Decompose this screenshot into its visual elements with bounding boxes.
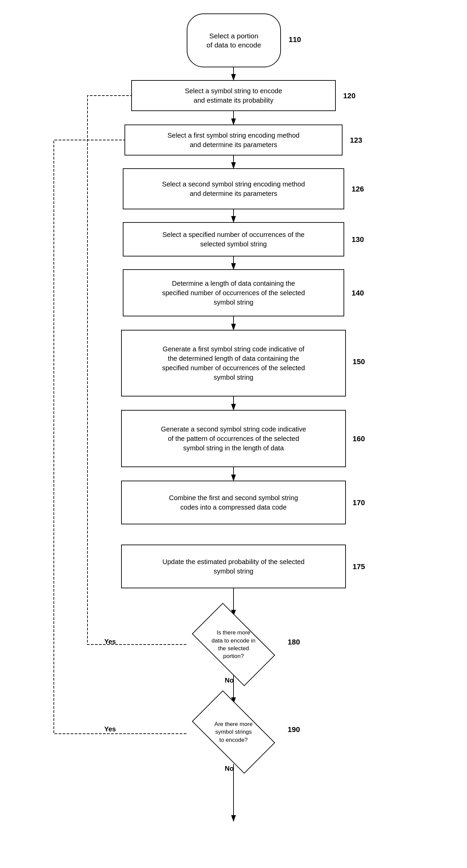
step-175: Update the estimated probability of the … — [121, 545, 346, 588]
label-126: 126 — [351, 185, 364, 193]
step-110: Select a portion of data to encode — [187, 13, 281, 67]
step-120: Select a symbol string to encode and est… — [131, 80, 336, 111]
step-150: Generate a first symbol string code indi… — [121, 330, 346, 397]
no-label-190: No — [225, 765, 234, 772]
step-130: Select a specified number of occurrences… — [123, 222, 344, 256]
label-170: 170 — [352, 498, 365, 507]
label-140: 140 — [351, 289, 364, 298]
step-170: Combine the first and second symbol stri… — [121, 480, 346, 524]
label-120: 120 — [343, 92, 355, 100]
label-110: 110 — [289, 35, 301, 44]
label-123: 123 — [350, 136, 362, 145]
step-140: Determine a length of data containing th… — [123, 269, 344, 316]
label-190: 190 — [288, 725, 300, 734]
step-123: Select a first symbol string encoding me… — [124, 125, 343, 155]
label-160: 160 — [352, 434, 365, 443]
label-130: 130 — [351, 235, 364, 244]
step-180: Is there more data to encode in the sele… — [186, 616, 281, 673]
label-175: 175 — [352, 562, 365, 571]
step-126: Select a second symbol string encoding m… — [123, 168, 344, 209]
label-150: 150 — [352, 358, 365, 366]
flowchart-diagram: Select a portion of data to encode 110 S… — [0, 0, 467, 868]
yes-label-190: Yes — [104, 725, 116, 733]
step-190: Are there more symbol strings to encode? — [186, 704, 281, 761]
label-180: 180 — [288, 638, 300, 647]
step-160: Generate a second symbol string code ind… — [121, 410, 346, 467]
no-label-180: No — [225, 677, 234, 684]
yes-label-180: Yes — [104, 638, 116, 646]
